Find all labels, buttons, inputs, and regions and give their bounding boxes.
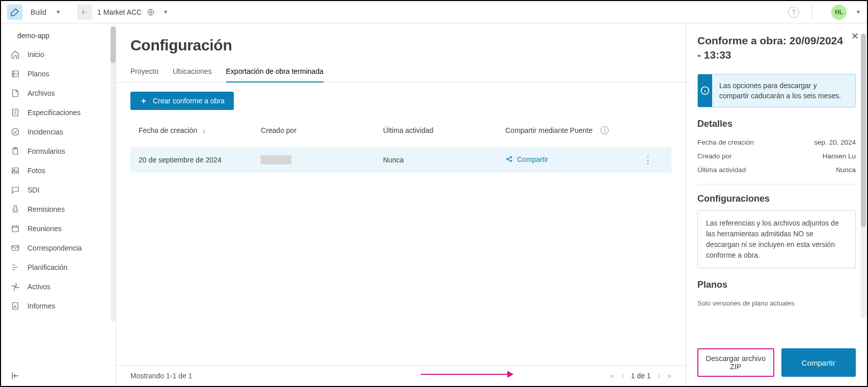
sidebar-item-informes[interactable]: Informes: [1, 296, 116, 316]
sidebar-item-reuniones[interactable]: Reuniones: [1, 219, 116, 238]
svg-point-10: [15, 286, 16, 288]
share-button[interactable]: Compartir: [781, 348, 856, 377]
tabs: Proyecto Ubicaciones Exportación de obra…: [116, 64, 686, 82]
file-icon: [10, 89, 20, 98]
download-zip-button[interactable]: Descargar archivo ZIP: [697, 348, 774, 377]
app-name[interactable]: Build: [31, 8, 46, 16]
sidebar-item-label: Inicio: [28, 50, 44, 59]
sidebar-item-activos[interactable]: Activos: [1, 277, 116, 296]
info-banner-text: Las opciones para descargar y compartir …: [712, 74, 855, 107]
page-last-button[interactable]: »: [667, 372, 671, 380]
sidebar: demo-app Inicio Planos Archivos Especifi…: [1, 23, 116, 386]
sidebar-item-sdi[interactable]: SDI: [1, 180, 116, 200]
row-menu-button[interactable]: ⋮: [638, 154, 658, 165]
share-link[interactable]: Compartir: [505, 155, 548, 163]
table-footer: Mostrando 1-1 de 1 « ‹ 1 de 1 › »: [116, 365, 686, 386]
app-logo: [7, 5, 22, 20]
sidebar-item-label: Fotos: [28, 167, 45, 175]
sidebar-item-planos[interactable]: Planos: [1, 64, 116, 84]
sidebar-item-planificacion[interactable]: Planificación: [1, 258, 116, 277]
svg-point-12: [506, 158, 508, 160]
info-icon[interactable]: i: [601, 126, 609, 134]
detail-created-value: sep. 20, 2024: [814, 139, 856, 146]
app-menu-chevron-icon[interactable]: ▼: [56, 9, 61, 15]
sidebar-item-label: Planificación: [28, 263, 68, 271]
detail-last: Última actividad Nunca: [697, 163, 856, 177]
page-next-button[interactable]: ›: [658, 372, 661, 380]
sidebar-item-fotos[interactable]: Fotos: [1, 161, 116, 180]
table-row[interactable]: 20 de septiembre de 2024 Nunca Compartir…: [130, 147, 671, 173]
sidebar-item-label: Archivos: [28, 89, 55, 97]
svg-point-14: [510, 160, 512, 162]
annotation-arrow: [421, 371, 513, 378]
divider: [811, 5, 812, 19]
page-prev-button[interactable]: ‹: [621, 372, 624, 380]
sidebar-item-especificaciones[interactable]: Especificaciones: [1, 103, 116, 122]
detail-panel: ✕ Conforme a obra: 20/09/2024 - 13:33 La…: [686, 23, 867, 386]
tab-proyecto[interactable]: Proyecto: [130, 64, 158, 82]
sidebar-item-label: SDI: [28, 186, 39, 194]
sidebar-item-label: Planos: [28, 70, 49, 78]
th-created-label: Fecha de creación: [139, 126, 197, 134]
share-link-label: Compartir: [517, 155, 548, 163]
help-icon[interactable]: ?: [788, 7, 799, 18]
create-button-label: Crear conforme a obra: [153, 97, 225, 105]
sidebar-scrollbar-thumb[interactable]: [111, 26, 116, 63]
cell-last: Nunca: [383, 156, 505, 164]
sidebar-item-label: Informes: [28, 302, 55, 310]
plus-icon: ＋: [140, 97, 148, 105]
page-indicator: 1 de 1: [631, 372, 651, 380]
panel-scrollbar-thumb[interactable]: [861, 34, 866, 227]
create-as-built-button[interactable]: ＋ Crear conforme a obra: [130, 92, 234, 110]
page-first-button[interactable]: «: [610, 372, 614, 380]
close-icon[interactable]: ✕: [851, 31, 859, 42]
svg-point-3: [12, 128, 19, 135]
th-last[interactable]: Última actividad: [383, 126, 505, 134]
gantt-icon: [10, 263, 20, 272]
config-note: Las referencias y los archivos adjuntos …: [697, 210, 856, 268]
sidebar-item-inicio[interactable]: Inicio: [1, 45, 116, 64]
plans-heading: Planos: [697, 280, 856, 290]
project-name[interactable]: 1 Market ACC: [97, 8, 142, 16]
sidebar-item-label: Formularios: [28, 147, 65, 155]
redacted-value: [261, 155, 291, 164]
tab-ubicaciones[interactable]: Ubicaciones: [173, 64, 211, 82]
info-banner: Las opciones para descargar y compartir …: [697, 74, 856, 108]
tab-exportacion[interactable]: Exportación de obra terminada: [226, 64, 323, 82]
clipboard-icon: [10, 147, 20, 156]
sidebar-item-correspondencia[interactable]: Correspondencia: [1, 238, 116, 258]
table-header-row: Fecha de creación ↓ Creado por Última ac…: [130, 119, 671, 142]
calendar-icon: [10, 224, 20, 233]
svg-rect-6: [12, 168, 18, 174]
panel-actions: Descargar archivo ZIP Compartir: [697, 339, 856, 377]
plans-subtext: Solo versiones de plano actuales: [697, 299, 856, 307]
detail-last-value: Nunca: [836, 166, 856, 174]
table: Fecha de creación ↓ Creado por Última ac…: [116, 119, 686, 365]
th-created[interactable]: Fecha de creación ↓: [139, 126, 261, 134]
sidebar-item-label: Incidencias: [28, 128, 63, 136]
config-heading: Configuraciones: [697, 194, 856, 204]
sidebar-collapse-button[interactable]: [10, 371, 20, 381]
sidebar-item-incidencias[interactable]: Incidencias: [1, 122, 116, 142]
svg-point-13: [510, 157, 512, 158]
sidebar-item-label: Activos: [28, 283, 50, 291]
stamp-icon: [10, 205, 20, 214]
check-circle-icon: [10, 127, 20, 136]
panel-title: Conforme a obra: 20/09/2024 - 13:33: [697, 34, 856, 63]
th-by[interactable]: Creado por: [261, 126, 383, 134]
toolbar: ＋ Crear conforme a obra: [116, 82, 686, 119]
th-share[interactable]: Compartir mediante Puente i: [505, 126, 638, 134]
sheet-icon: [10, 69, 20, 78]
user-avatar[interactable]: HL: [831, 5, 847, 20]
detail-last-key: Última actividad: [697, 166, 746, 174]
detail-created-key: Fecha de creación: [697, 139, 754, 146]
back-button[interactable]: [77, 5, 92, 20]
sort-descending-icon: ↓: [202, 126, 206, 134]
sidebar-item-formularios[interactable]: Formularios: [1, 142, 116, 161]
share-icon: [505, 155, 513, 163]
sidebar-scrollbar-track: [111, 26, 116, 322]
sidebar-item-remisiones[interactable]: Remisiones: [1, 200, 116, 219]
user-menu-chevron-icon[interactable]: ▼: [856, 9, 861, 15]
sidebar-item-archivos[interactable]: Archivos: [1, 84, 116, 103]
project-menu-chevron-icon[interactable]: ▼: [163, 9, 168, 15]
